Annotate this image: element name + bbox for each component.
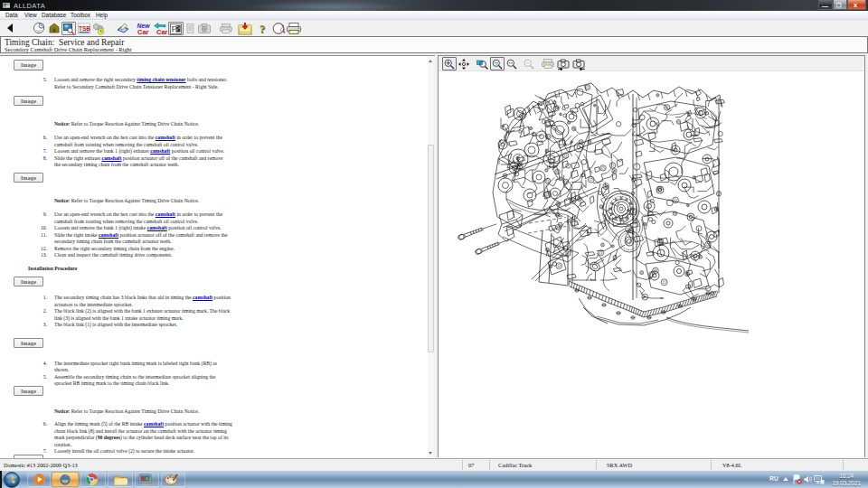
svg-text:Car: Car bbox=[156, 28, 167, 35]
svg-text:Car: Car bbox=[137, 28, 149, 35]
svg-text:TSB: TSB bbox=[79, 25, 90, 32]
svg-text:F: F bbox=[172, 24, 176, 33]
